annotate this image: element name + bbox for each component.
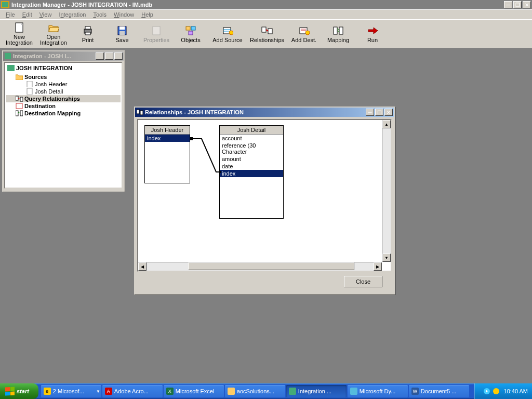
scroll-thumb[interactable] [188, 262, 354, 270]
svg-rect-6 [85, 32, 90, 35]
tree-query-relationships[interactable]: Query Relationships [6, 95, 121, 102]
scroll-right-button[interactable]: ▶ [374, 262, 382, 271]
objects-icon [184, 25, 197, 36]
menu-view[interactable]: View [36, 10, 56, 19]
table-field[interactable]: date [220, 163, 283, 170]
scroll-track[interactable] [382, 128, 391, 254]
relationship-table-header[interactable]: Josh Header index [144, 125, 190, 183]
scroll-down-button[interactable]: ▼ [382, 254, 391, 262]
restore-button[interactable]: ❐ [513, 1, 522, 8]
svg-rect-29 [27, 81, 32, 87]
task-item[interactable]: aocSolutions... [225, 385, 285, 397]
menu-help[interactable]: Help [138, 10, 157, 19]
pdf-icon: A [105, 388, 112, 395]
menu-window[interactable]: Window [110, 10, 138, 19]
tree-source-item[interactable]: Josh Header [6, 81, 121, 88]
scroll-left-button[interactable]: ◀ [138, 262, 147, 271]
app-icon [350, 388, 357, 395]
mapping-button[interactable]: Mapping [321, 21, 355, 47]
table-field[interactable]: index [220, 170, 283, 177]
integration-window-titlebar[interactable]: Integration - JOSH I... ─ ☐ ✕ [3, 51, 124, 61]
new-integration-button[interactable]: New Integration [2, 21, 36, 47]
task-item[interactable]: e2 Microsof...▼ [41, 385, 101, 397]
horizontal-scrollbar[interactable]: ◀ ▶ [138, 262, 382, 271]
svg-line-37 [18, 112, 20, 113]
table-field[interactable]: reference (30 Character [220, 142, 283, 155]
task-item[interactable]: Integration ... [286, 385, 347, 397]
relationships-body: Josh Header index Josh Detail account re… [135, 117, 394, 291]
objects-button[interactable]: Objects [174, 21, 208, 47]
table-field[interactable]: account [220, 135, 283, 142]
relationships-canvas[interactable]: Josh Header index Josh Detail account re… [137, 119, 392, 272]
minimize-button[interactable]: ─ [504, 1, 512, 8]
run-button[interactable]: Run [355, 21, 390, 47]
svg-rect-28 [7, 65, 15, 71]
svg-rect-19 [268, 29, 272, 34]
menu-edit[interactable]: Edit [19, 10, 36, 19]
close-button[interactable]: Close [344, 276, 382, 287]
child-maximize-button[interactable]: ☐ [375, 109, 383, 116]
scroll-track[interactable] [147, 262, 374, 271]
menu-integration[interactable]: Integration [55, 10, 89, 19]
task-item[interactable]: AAdobe Acro... [102, 385, 163, 397]
tree-root[interactable]: JOSH INTEGRATION [6, 64, 121, 73]
child-minimize-button[interactable]: ─ [96, 52, 104, 60]
folder-icon [228, 388, 235, 395]
new-icon [13, 22, 25, 33]
properties-button[interactable]: Properties [139, 21, 174, 47]
save-button[interactable]: Save [105, 21, 139, 47]
task-item[interactable]: Microsoft Dy... [348, 385, 408, 397]
task-item[interactable]: XMicrosoft Excel [164, 385, 224, 397]
app-icon [289, 388, 296, 395]
child-close-button[interactable]: ✕ [384, 109, 393, 116]
child-minimize-button[interactable]: ─ [366, 109, 374, 116]
tree-sources[interactable]: Sources [6, 73, 121, 81]
menubar: File Edit View Integration Tools Window … [0, 9, 532, 19]
relationship-table-detail[interactable]: Josh Detail account reference (30 Charac… [219, 125, 284, 219]
svg-rect-13 [189, 31, 193, 35]
print-icon [82, 25, 94, 36]
child-maximize-button[interactable]: ☐ [105, 52, 113, 60]
relationships-titlebar[interactable]: Relationships - JOSH INTEGRATION ─ ☐ ✕ [135, 108, 394, 117]
relationships-window: Relationships - JOSH INTEGRATION ─ ☐ ✕ J… [134, 107, 395, 295]
scroll-up-button[interactable]: ▲ [382, 120, 391, 128]
child-close-button[interactable]: ✕ [114, 52, 123, 60]
tray-chevron-icon[interactable] [483, 388, 490, 395]
app-icon [1, 1, 9, 8]
task-item[interactable]: WDocument5 ... [409, 385, 469, 397]
tray-icon[interactable] [493, 388, 500, 395]
tree-destination-mapping[interactable]: Destination Mapping [6, 110, 121, 117]
tree-destination[interactable]: Destination [6, 102, 121, 110]
svg-rect-9 [119, 31, 125, 35]
menu-file[interactable]: File [2, 10, 19, 19]
table-field[interactable]: amount [220, 155, 283, 163]
close-button[interactable]: ✕ [523, 1, 531, 8]
menu-tools[interactable]: Tools [89, 10, 110, 19]
tree-source-item[interactable]: Josh Detail [6, 88, 121, 95]
clock[interactable]: 10:40 AM [504, 388, 528, 394]
start-button[interactable]: start [0, 383, 38, 399]
svg-rect-38 [137, 110, 139, 114]
vertical-scrollbar[interactable]: ▲ ▼ [382, 120, 391, 262]
relationships-button[interactable]: Relationships [247, 21, 287, 47]
chevron-down-icon: ▼ [96, 389, 100, 394]
add-dest-button[interactable]: Add Dest. [287, 21, 321, 47]
table-title: Josh Detail [220, 126, 283, 135]
mapping-icon [16, 110, 23, 116]
window-icon [136, 109, 143, 116]
svg-rect-32 [20, 97, 23, 101]
add-source-button[interactable]: Add Source [208, 21, 247, 47]
system-tray[interactable]: 10:40 AM [474, 383, 532, 399]
table-field[interactable]: index [145, 135, 190, 142]
print-button[interactable]: Print [71, 21, 105, 47]
svg-rect-40 [190, 137, 193, 140]
task-items: e2 Microsof...▼ AAdobe Acro... XMicrosof… [38, 384, 474, 398]
document-icon [26, 81, 33, 87]
relationships-footer: Close [137, 272, 392, 289]
window-icon [4, 52, 11, 60]
open-integration-button[interactable]: Open Integration [36, 21, 71, 47]
svg-rect-30 [27, 88, 32, 95]
svg-rect-1 [2, 2, 8, 7]
save-icon [116, 25, 128, 36]
integration-tree[interactable]: JOSH INTEGRATION Sources Josh Header Jos… [4, 62, 123, 189]
